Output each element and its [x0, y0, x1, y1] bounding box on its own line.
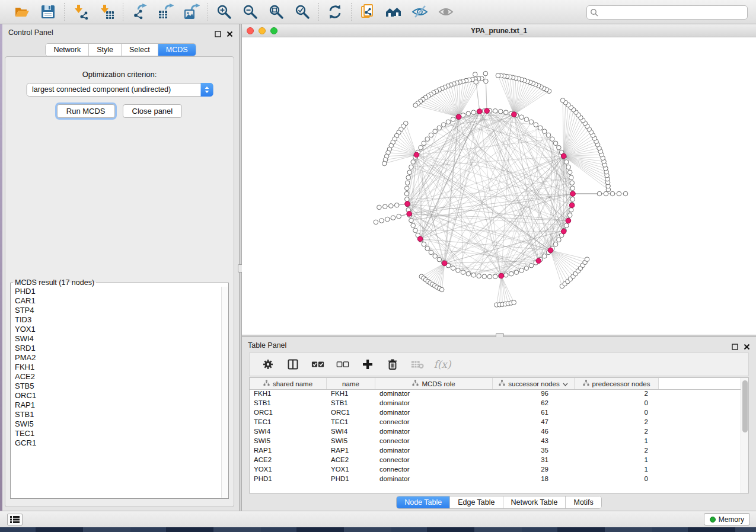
table-row[interactable]: TEC1TEC1connector472	[250, 418, 741, 428]
network-node[interactable]	[413, 228, 418, 233]
network-node[interactable]	[461, 270, 465, 275]
dominator-node[interactable]	[499, 273, 504, 278]
table-row[interactable]: ACE2ACE2connector311	[250, 456, 741, 466]
first-neighbors-icon[interactable]	[385, 3, 403, 21]
network-node[interactable]	[529, 120, 534, 124]
dominator-node[interactable]	[512, 112, 517, 117]
dominator-node[interactable]	[484, 108, 490, 114]
mcds-result-item[interactable]: STB5	[11, 382, 221, 391]
table-row[interactable]: STB1STB1dominator620	[250, 399, 741, 409]
mcds-result-item[interactable]: PMA2	[11, 353, 221, 363]
network-node[interactable]	[529, 263, 534, 268]
table-scrollbar-thumb[interactable]	[742, 380, 748, 432]
hide-selected-icon[interactable]	[411, 3, 429, 21]
network-node[interactable]	[437, 257, 442, 262]
toggle-panel-layout-icon[interactable]	[286, 358, 299, 371]
tab-style[interactable]: Style	[89, 44, 122, 56]
network-node[interactable]	[564, 160, 569, 165]
network-node[interactable]	[570, 186, 575, 191]
network-node[interactable]	[617, 191, 621, 196]
task-history-button[interactable]	[7, 514, 23, 525]
network-node[interactable]	[509, 271, 513, 276]
dominator-node[interactable]	[548, 248, 553, 253]
tab-network-table[interactable]: Network Table	[503, 496, 566, 508]
dominator-node[interactable]	[561, 229, 566, 234]
network-node[interactable]	[385, 217, 390, 222]
float-panel-icon[interactable]	[215, 29, 221, 40]
network-node[interactable]	[377, 205, 382, 210]
column-header-successor-nodes[interactable]: successor nodes	[493, 378, 575, 389]
network-node[interactable]	[409, 218, 414, 223]
dominator-node[interactable]	[561, 153, 566, 159]
dominator-node[interactable]	[442, 261, 448, 266]
close-panel-icon[interactable]	[744, 342, 750, 352]
network-node[interactable]	[429, 250, 433, 255]
network-node[interactable]	[389, 204, 394, 209]
import-network-icon[interactable]	[72, 3, 90, 21]
table-settings-gear-icon[interactable]	[261, 358, 275, 371]
network-node[interactable]	[610, 191, 615, 196]
network-node[interactable]	[519, 115, 524, 120]
network-node[interactable]	[553, 242, 558, 246]
network-node[interactable]	[604, 191, 608, 196]
network-node[interactable]	[391, 216, 395, 220]
select-all-columns-icon[interactable]	[311, 358, 324, 371]
network-node[interactable]	[482, 274, 487, 279]
network-node[interactable]	[446, 120, 451, 124]
mcds-result-item[interactable]: RAP1	[11, 400, 221, 410]
network-node[interactable]	[456, 268, 461, 273]
network-node[interactable]	[422, 242, 426, 246]
network-node[interactable]	[570, 197, 575, 201]
dominator-node[interactable]	[417, 236, 423, 242]
dominator-node[interactable]	[456, 114, 461, 120]
network-node[interactable]	[570, 181, 575, 185]
network-node[interactable]	[425, 246, 430, 251]
tab-select[interactable]: Select	[122, 44, 158, 56]
tab-network[interactable]: Network	[46, 44, 89, 56]
open-session-icon[interactable]	[13, 3, 31, 21]
network-node[interactable]	[433, 129, 438, 134]
network-node[interactable]	[433, 254, 438, 259]
network-node[interactable]	[557, 238, 562, 242]
network-node[interactable]	[441, 123, 446, 127]
network-node[interactable]	[406, 175, 411, 180]
function-builder-icon[interactable]: f(x)	[436, 358, 449, 371]
zoom-out-icon[interactable]	[241, 3, 259, 21]
dominator-node[interactable]	[536, 258, 541, 264]
table-row[interactable]: PHD1PHD1dominator180	[250, 475, 741, 485]
network-node[interactable]	[409, 165, 414, 169]
network-node[interactable]	[383, 204, 388, 209]
network-node[interactable]	[404, 191, 409, 196]
network-node[interactable]	[567, 170, 572, 175]
mcds-result-item[interactable]: ACE2	[11, 372, 221, 382]
network-node[interactable]	[382, 161, 387, 166]
network-node[interactable]	[379, 219, 384, 223]
network-node[interactable]	[560, 98, 565, 103]
dominator-node[interactable]	[566, 218, 571, 223]
dominator-node[interactable]	[407, 211, 412, 217]
float-panel-icon[interactable]	[732, 342, 738, 352]
export-table-icon[interactable]	[157, 3, 174, 21]
export-network-icon[interactable]	[130, 3, 148, 21]
network-node[interactable]	[499, 109, 503, 114]
show-all-icon[interactable]	[437, 3, 455, 21]
mcds-result-item[interactable]: FKH1	[11, 363, 221, 372]
network-node[interactable]	[466, 271, 471, 276]
mcds-result-item[interactable]: TEC1	[11, 429, 221, 438]
optimization-criterion-select[interactable]: largest connected component (undirected)	[26, 83, 213, 97]
network-node[interactable]	[564, 223, 569, 228]
zoom-in-icon[interactable]	[215, 3, 233, 21]
mcds-result-item[interactable]: SWI5	[11, 419, 221, 429]
network-node[interactable]	[394, 203, 399, 208]
network-node[interactable]	[543, 129, 547, 134]
mcds-result-item[interactable]: GCR1	[11, 438, 221, 448]
column-header-name[interactable]: name	[327, 378, 375, 389]
mcds-result-item[interactable]: SWI4	[11, 334, 221, 344]
save-session-icon[interactable]	[39, 3, 57, 21]
network-node[interactable]	[397, 214, 401, 219]
network-node[interactable]	[471, 110, 476, 115]
network-node[interactable]	[483, 71, 488, 76]
import-table-icon[interactable]	[98, 3, 116, 21]
network-node[interactable]	[504, 273, 509, 278]
network-node[interactable]	[504, 110, 509, 115]
